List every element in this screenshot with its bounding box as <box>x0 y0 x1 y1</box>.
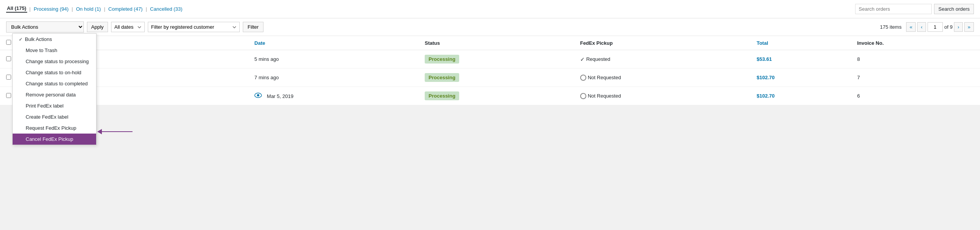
row-status: Processing <box>419 87 574 105</box>
row-invoice: 6 <box>851 87 980 105</box>
table-header-row: Date Status FedEx Pickup Total Invoice N… <box>0 36 980 50</box>
tab-sep-2: | <box>72 6 73 12</box>
tab-completed[interactable]: Completed (47) <box>108 6 144 12</box>
row-date: 5 mins ago <box>248 50 419 69</box>
menu-item-label: Remove personal data <box>26 92 76 98</box>
th-date[interactable]: Date <box>248 36 419 50</box>
last-page-button[interactable]: » <box>964 22 974 32</box>
page-input[interactable] <box>928 22 943 32</box>
orders-table: Date Status FedEx Pickup Total Invoice N… <box>0 36 980 105</box>
menu-item-label: Change status to on-hold <box>26 70 81 75</box>
bulk-actions-dropdown: Bulk Actions Move to Trash Change status… <box>12 33 97 145</box>
tab-on-hold[interactable]: On hold (1) <box>75 6 101 12</box>
menu-item-remove-personal-data[interactable]: Remove personal data <box>13 89 96 100</box>
menu-item-move-to-trash[interactable]: Move to Trash <box>13 45 96 56</box>
tab-processing[interactable]: Processing (94) <box>33 6 69 12</box>
table-row: 7 mins ago Processing Not Requested $102… <box>0 69 980 87</box>
items-count: 175 items <box>880 24 901 30</box>
menu-item-label: Request FedEx Pickup <box>26 125 76 131</box>
circle-icon <box>580 75 586 81</box>
menu-item-request-fedex-pickup[interactable]: Request FedEx Pickup <box>13 122 96 134</box>
filter-button[interactable]: Filter <box>243 22 264 32</box>
menu-item-label: Move to Trash <box>26 47 57 53</box>
apply-button[interactable]: Apply <box>87 22 108 32</box>
row-invoice: 7 <box>851 69 980 87</box>
fedex-requested-cell: ✓ Requested <box>580 56 744 62</box>
bulk-actions-select[interactable]: Bulk Actions Move to Trash Change status… <box>6 21 84 33</box>
next-page-button[interactable]: › <box>954 22 962 32</box>
dates-select[interactable]: All dates <box>111 22 145 32</box>
menu-item-label: Print FedEx label <box>26 103 64 109</box>
fedex-not-requested-cell-2: Not Requested <box>580 93 744 99</box>
th-status: Status <box>419 36 574 50</box>
checkmark-icon: ✓ <box>580 56 585 62</box>
fedex-status-label: Not Requested <box>588 75 621 80</box>
menu-item-label: Create FedEx label <box>26 114 68 120</box>
row-checkbox[interactable] <box>6 93 11 98</box>
table-row: #742 Devesh PluginHive Mar 5, 2019 Proce… <box>0 87 980 105</box>
row-fedex-pickup: ✓ Requested <box>574 50 751 69</box>
menu-item-create-fedex-label[interactable]: Create FedEx label <box>13 111 96 122</box>
table-wrapper: Date Status FedEx Pickup Total Invoice N… <box>0 36 980 105</box>
arrow-head <box>97 129 102 134</box>
menu-item-change-status-completed[interactable]: Change status to completed <box>13 78 96 89</box>
search-orders-button[interactable]: Search orders <box>934 4 974 14</box>
first-page-button[interactable]: « <box>906 22 916 32</box>
tab-sep-1: | <box>29 6 31 12</box>
menu-item-label: Cancel FedEx Pickup <box>26 136 73 142</box>
search-orders-area: Search orders <box>855 4 974 14</box>
menu-item-print-fedex-label[interactable]: Print FedEx label <box>13 100 96 111</box>
eye-icon <box>254 93 263 99</box>
fedex-not-requested-cell: Not Requested <box>580 75 744 81</box>
row-status: Processing <box>419 50 574 69</box>
status-badge: Processing <box>425 55 459 64</box>
status-badge: Processing <box>425 73 459 82</box>
menu-item-bulk-actions[interactable]: Bulk Actions <box>13 34 96 45</box>
menu-item-label: Change status to processing <box>26 59 89 64</box>
filter-bar: Bulk Actions Move to Trash Change status… <box>0 18 980 36</box>
tab-sep-3: | <box>104 6 105 12</box>
page-of-label: of 9 <box>944 24 953 30</box>
row-total: $102.70 <box>751 69 851 87</box>
row-date: 7 mins ago <box>248 69 419 87</box>
circle-icon <box>580 93 586 99</box>
menu-item-label: Change status to completed <box>26 81 88 86</box>
page-wrapper: All (175) | Processing (94) | On hold (1… <box>0 0 980 230</box>
prev-page-button[interactable]: ‹ <box>917 22 926 32</box>
tab-bar: All (175) | Processing (94) | On hold (1… <box>6 5 183 13</box>
row-fedex-pickup: Not Requested <box>574 69 751 87</box>
row-fedex-pickup: Not Requested <box>574 87 751 105</box>
tab-cancelled[interactable]: Cancelled (33) <box>149 6 183 12</box>
menu-item-label: Bulk Actions <box>25 36 52 42</box>
total-value: $53.61 <box>757 56 772 62</box>
total-value: $102.70 <box>757 75 775 80</box>
row-checkbox[interactable] <box>6 75 11 80</box>
menu-item-change-status-processing[interactable]: Change status to processing <box>13 56 96 67</box>
row-checkbox[interactable] <box>6 56 11 61</box>
bulk-actions-wrapper: Bulk Actions Move to Trash Change status… <box>6 21 84 33</box>
menu-item-change-status-on-hold[interactable]: Change status to on-hold <box>13 67 96 78</box>
customer-filter-select[interactable]: Filter by registered customer <box>148 22 240 32</box>
menu-item-cancel-fedex-pickup[interactable]: Cancel FedEx Pickup <box>13 134 96 145</box>
status-badge: Processing <box>425 91 459 100</box>
arrow-indicator <box>97 129 133 134</box>
fedex-status-label: Not Requested <box>588 93 621 99</box>
table-row: 5 mins ago Processing ✓ Requested $53.61… <box>0 50 980 69</box>
th-fedex-pickup: FedEx Pickup <box>574 36 751 50</box>
total-value: $102.70 <box>757 93 775 99</box>
tab-sep-4: | <box>146 6 147 12</box>
svg-point-5 <box>257 94 259 96</box>
arrow-line <box>102 131 133 132</box>
top-bar: All (175) | Processing (94) | On hold (1… <box>0 0 980 18</box>
row-invoice: 8 <box>851 50 980 69</box>
pagination-area: 175 items « ‹ of 9 › » <box>880 22 974 32</box>
select-all-checkbox[interactable] <box>6 40 11 45</box>
row-total: $53.61 <box>751 50 851 69</box>
row-total: $102.70 <box>751 87 851 105</box>
fedex-status-label: Requested <box>586 56 610 62</box>
th-total[interactable]: Total <box>751 36 851 50</box>
row-date: Mar 5, 2019 <box>248 87 419 105</box>
th-invoice: Invoice No. <box>851 36 980 50</box>
search-input[interactable] <box>855 4 932 14</box>
tab-all[interactable]: All (175) <box>6 5 27 13</box>
